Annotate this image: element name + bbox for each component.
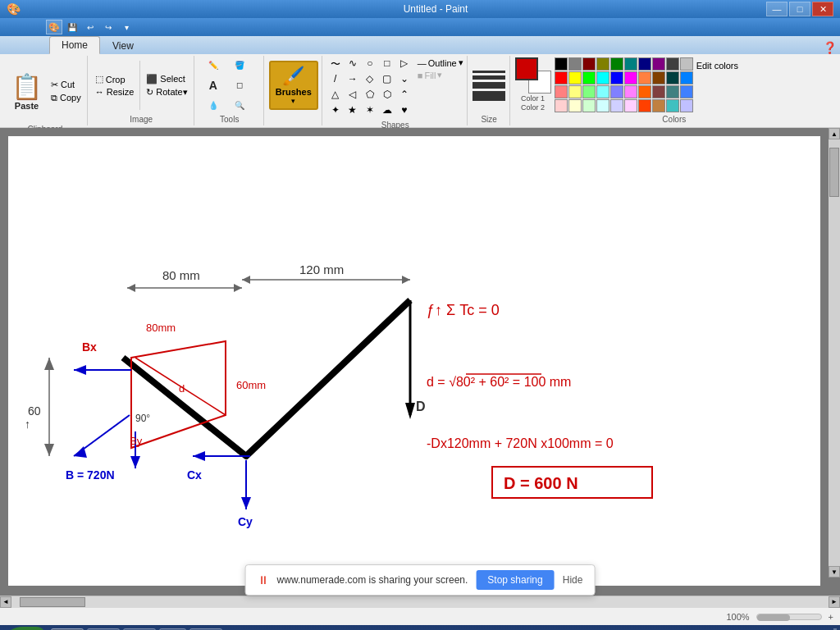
color-swatch[interactable] bbox=[666, 99, 679, 112]
save-quick-button[interactable]: 💾 bbox=[64, 20, 80, 34]
color-swatch[interactable] bbox=[582, 57, 596, 71]
help-button[interactable]: ❓ bbox=[823, 41, 837, 54]
horizontal-scrollbar[interactable]: ◄ ► bbox=[0, 596, 840, 607]
shape-rect[interactable]: □ bbox=[379, 57, 395, 72]
start-button[interactable]: ⊞ bbox=[3, 627, 44, 630]
select-button[interactable]: ⬛Select bbox=[144, 73, 189, 85]
size-line-2[interactable] bbox=[472, 75, 505, 80]
color-swatch[interactable] bbox=[610, 71, 623, 84]
color-swatch[interactable] bbox=[652, 85, 665, 98]
color-swatch[interactable] bbox=[666, 85, 679, 98]
color-swatch[interactable] bbox=[610, 99, 623, 112]
size-line-1[interactable] bbox=[472, 71, 505, 73]
minimize-button[interactable]: — bbox=[766, 2, 788, 16]
edit-colors-button[interactable]: Edit colors bbox=[696, 61, 738, 71]
shape-star6[interactable]: ✶ bbox=[362, 104, 378, 119]
stop-sharing-button[interactable]: Stop sharing bbox=[476, 570, 554, 590]
color-swatch[interactable] bbox=[680, 85, 693, 98]
color-swatch[interactable] bbox=[596, 85, 609, 98]
shape-rtri[interactable]: ◁ bbox=[345, 89, 361, 103]
shape-arrow[interactable]: → bbox=[345, 73, 361, 88]
paste-button[interactable]: 📋 Paste bbox=[7, 59, 47, 123]
color-swatch[interactable] bbox=[582, 71, 596, 84]
color-swatch[interactable] bbox=[568, 85, 582, 98]
fill-button[interactable]: 🪣 bbox=[227, 59, 252, 71]
crop-button[interactable]: ⬚Crop bbox=[93, 73, 137, 85]
shape-hexa[interactable]: ⬡ bbox=[379, 89, 395, 103]
redo-quick-button[interactable]: ↪ bbox=[100, 20, 116, 34]
shape-penta[interactable]: ⬠ bbox=[362, 89, 378, 103]
color-swatch[interactable] bbox=[596, 57, 609, 71]
color-swatch[interactable] bbox=[638, 71, 651, 84]
color-swatch[interactable] bbox=[624, 57, 637, 71]
rotate-button[interactable]: ↻Rotate▾ bbox=[144, 86, 189, 98]
fill-dropdown[interactable]: ■Fill▾ bbox=[418, 70, 463, 80]
shape-rrect[interactable]: ▢ bbox=[379, 73, 395, 88]
tab-home[interactable]: Home bbox=[49, 36, 100, 54]
close-button[interactable]: ✕ bbox=[812, 2, 833, 16]
color-swatch[interactable] bbox=[624, 71, 637, 84]
color-swatch[interactable] bbox=[666, 57, 679, 71]
canvas-inner[interactable]: 80 mm 120 mm 60 ↑ Bx 80mm d 60mm By 90° … bbox=[8, 136, 820, 586]
hscroll-thumb[interactable] bbox=[20, 597, 85, 607]
color-pick-button[interactable]: 💧 bbox=[201, 99, 226, 112]
color-swatch[interactable] bbox=[582, 85, 596, 98]
size-line-3[interactable] bbox=[472, 82, 505, 89]
scroll-left-button[interactable]: ◄ bbox=[0, 596, 11, 608]
color-swatch[interactable] bbox=[555, 99, 568, 112]
brushes-button[interactable]: 🖌️ Brushes ▾ bbox=[269, 61, 318, 110]
zoom-in-button[interactable]: + bbox=[829, 612, 833, 622]
color-swatch[interactable] bbox=[624, 85, 637, 98]
tab-view[interactable]: View bbox=[100, 37, 146, 54]
shape-scroll[interactable]: ⌄ bbox=[396, 73, 413, 88]
shape-curve[interactable]: ∿ bbox=[345, 57, 361, 72]
shape-oval[interactable]: ○ bbox=[362, 57, 378, 72]
drawing-canvas[interactable]: 80 mm 120 mm 60 ↑ Bx 80mm d 60mm By 90° … bbox=[8, 136, 812, 583]
color-swatch[interactable] bbox=[568, 99, 582, 112]
color-swatch[interactable] bbox=[596, 99, 609, 112]
color-swatch[interactable] bbox=[568, 57, 582, 71]
vertical-scrollbar[interactable]: ▲ ▼ bbox=[829, 128, 840, 578]
size-line-4[interactable] bbox=[472, 91, 505, 101]
color-swatch[interactable] bbox=[555, 85, 568, 98]
color-swatch[interactable] bbox=[555, 57, 568, 71]
color-swatch[interactable] bbox=[680, 57, 693, 71]
shape-diamond[interactable]: ◇ bbox=[362, 73, 378, 88]
color-swatch[interactable] bbox=[624, 99, 637, 112]
color1-box[interactable] bbox=[515, 57, 538, 80]
color-swatch[interactable] bbox=[652, 99, 665, 112]
color-swatch[interactable] bbox=[652, 57, 665, 71]
hide-sharing-button[interactable]: Hide bbox=[563, 574, 583, 586]
color-swatch[interactable] bbox=[652, 71, 665, 84]
color-swatch[interactable] bbox=[610, 57, 623, 71]
zoom-slider[interactable] bbox=[756, 614, 822, 620]
magnify-button[interactable]: 🔍 bbox=[227, 99, 252, 112]
scroll-thumb[interactable] bbox=[829, 148, 839, 197]
undo-quick-button[interactable]: ↩ bbox=[82, 20, 98, 34]
color-swatch[interactable] bbox=[610, 85, 623, 98]
shape-star4[interactable]: ✦ bbox=[327, 104, 344, 119]
resize-button[interactable]: ↔Resize bbox=[93, 86, 137, 98]
color-swatch[interactable] bbox=[638, 85, 651, 98]
maximize-button[interactable]: □ bbox=[789, 2, 810, 16]
pencil-button[interactable]: ✏️ bbox=[201, 59, 226, 71]
color-swatch[interactable] bbox=[638, 99, 651, 112]
dropdown-quick-button[interactable]: ▾ bbox=[118, 20, 135, 34]
color-swatch[interactable] bbox=[638, 57, 651, 71]
color-swatch[interactable] bbox=[680, 99, 693, 112]
color-swatch[interactable] bbox=[680, 71, 693, 84]
shape-cloud[interactable]: ☁ bbox=[379, 104, 395, 119]
color-swatch[interactable] bbox=[582, 99, 596, 112]
scroll-down-button[interactable]: ▼ bbox=[829, 566, 840, 578]
shape-tri1[interactable]: △ bbox=[327, 89, 344, 103]
shape-freehand[interactable]: 〜 bbox=[327, 57, 344, 72]
shape-line[interactable]: / bbox=[327, 73, 344, 88]
text-button[interactable]: A bbox=[201, 77, 226, 94]
scroll-up-button[interactable]: ▲ bbox=[829, 128, 840, 139]
outline-dropdown[interactable]: —Outline▾ bbox=[418, 57, 463, 68]
shape-star5[interactable]: ★ bbox=[345, 104, 361, 119]
scroll-right-button[interactable]: ► bbox=[829, 596, 840, 608]
eraser-button[interactable]: ◻ bbox=[227, 79, 252, 91]
color-swatch[interactable] bbox=[555, 71, 568, 84]
shape-heart[interactable]: ♥ bbox=[396, 104, 413, 119]
